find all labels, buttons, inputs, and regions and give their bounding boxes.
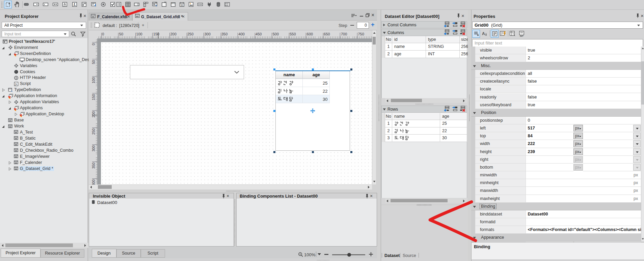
svg-text:fx: fx (15, 83, 17, 86)
svg-text:XYZ: XYZ (171, 2, 175, 4)
svg-text:A: A (482, 31, 485, 36)
svg-text:INIT: INIT (520, 35, 524, 37)
svg-text:L: L (73, 2, 76, 7)
svg-text:31: 31 (181, 4, 183, 6)
